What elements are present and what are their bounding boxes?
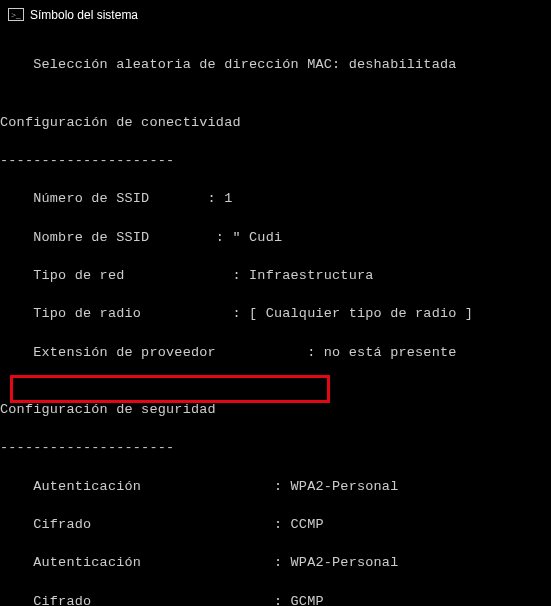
- section-security-header: Configuración de seguridad: [0, 400, 551, 419]
- line-auth2: Autenticación : WPA2-Personal: [0, 553, 551, 572]
- line-mac: Selección aleatoria de dirección MAC: de…: [0, 55, 551, 74]
- line-cipher1: Cifrado : CCMP: [0, 515, 551, 534]
- line-radio-type: Tipo de radio : [ Cualquier tipo de radi…: [0, 304, 551, 323]
- line-ssid-name: Nombre de SSID : " Cudi: [0, 228, 551, 247]
- line-net-type: Tipo de red : Infraestructura: [0, 266, 551, 285]
- terminal-output: Selección aleatoria de dirección MAC: de…: [0, 30, 551, 606]
- window-title: Símbolo del sistema: [30, 8, 138, 22]
- line-cipher2: Cifrado : GCMP: [0, 592, 551, 606]
- section-connectivity-header: Configuración de conectividad: [0, 113, 551, 132]
- line-auth1: Autenticación : WPA2-Personal: [0, 477, 551, 496]
- line-ssid-num: Número de SSID : 1: [0, 189, 551, 208]
- window-titlebar[interactable]: >_ Símbolo del sistema: [0, 0, 551, 30]
- divider: ---------------------: [0, 438, 551, 457]
- redaction-patch: [392, 386, 430, 416]
- svg-text:>_: >_: [11, 10, 21, 20]
- divider: ---------------------: [0, 151, 551, 170]
- cmd-icon: >_: [8, 7, 24, 23]
- line-vendor-ext: Extensión de proveedor : no está present…: [0, 343, 551, 362]
